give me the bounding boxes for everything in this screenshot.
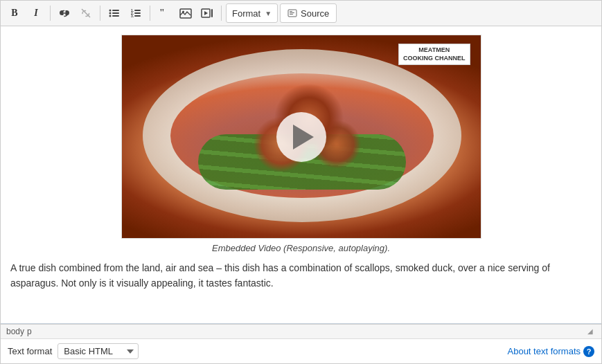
status-tag-p: p bbox=[27, 327, 32, 336]
source-label: Source bbox=[301, 8, 329, 19]
svg-point-4 bbox=[109, 12, 112, 15]
text-format-select[interactable]: Basic HTML Full HTML Plain text Filtered… bbox=[57, 343, 139, 359]
media-button[interactable] bbox=[197, 3, 217, 23]
svg-rect-3 bbox=[112, 10, 119, 11]
svg-marker-18 bbox=[204, 11, 208, 15]
link-button[interactable] bbox=[55, 3, 74, 23]
body-text[interactable]: A true dish combined from the land, air … bbox=[10, 260, 592, 291]
play-button[interactable] bbox=[276, 112, 326, 162]
format-chevron-icon: ▼ bbox=[265, 10, 272, 17]
sep-3 bbox=[150, 6, 150, 21]
about-text-formats-link[interactable]: About text formats ? bbox=[508, 346, 595, 357]
svg-point-6 bbox=[109, 15, 112, 17]
svg-rect-19 bbox=[211, 9, 213, 17]
meatmen-line1: MEATMEN bbox=[418, 46, 450, 53]
svg-rect-22 bbox=[290, 12, 294, 13]
about-text-formats-label: About text formats bbox=[508, 346, 581, 356]
svg-text:": " bbox=[159, 8, 165, 18]
source-button[interactable]: Source bbox=[280, 3, 337, 23]
svg-rect-9 bbox=[134, 10, 141, 11]
unordered-list-icon bbox=[109, 8, 120, 18]
svg-text:3.: 3. bbox=[131, 14, 134, 18]
image-button[interactable] bbox=[176, 3, 195, 23]
svg-rect-21 bbox=[290, 11, 292, 12]
status-bar: body p ◢ bbox=[1, 324, 601, 338]
svg-rect-13 bbox=[134, 15, 141, 17]
meatmen-logo: MEATMEN COOKING CHANNEL bbox=[398, 44, 470, 65]
video-container: MEATMEN COOKING CHANNEL Embedded Video (… bbox=[10, 35, 592, 253]
sep-2 bbox=[100, 6, 100, 21]
ordered-list-button[interactable]: 1. 2. 3. bbox=[126, 3, 145, 23]
sep-4 bbox=[221, 6, 222, 21]
blockquote-button[interactable]: " bbox=[154, 3, 174, 23]
bold-button[interactable]: B bbox=[5, 3, 24, 23]
editor-content[interactable]: MEATMEN COOKING CHANNEL Embedded Video (… bbox=[1, 26, 601, 324]
status-tag-body: body bbox=[6, 327, 24, 336]
meatmen-line2: COOKING CHANNEL bbox=[403, 55, 466, 62]
media-icon bbox=[201, 8, 213, 18]
svg-point-2 bbox=[109, 10, 112, 12]
unlink-icon bbox=[80, 8, 91, 19]
bold-icon: B bbox=[11, 8, 17, 19]
text-format-label: Text format bbox=[8, 346, 52, 356]
unlink-button[interactable] bbox=[76, 3, 96, 23]
italic-button[interactable]: I bbox=[26, 3, 46, 23]
video-caption: Embedded Video (Responsive, autoplaying)… bbox=[212, 243, 390, 253]
svg-rect-5 bbox=[112, 12, 119, 14]
format-dropdown[interactable]: Format ▼ bbox=[226, 3, 278, 23]
italic-icon: I bbox=[34, 8, 37, 19]
unordered-list-button[interactable] bbox=[105, 3, 124, 23]
image-icon bbox=[179, 8, 192, 19]
editor-wrapper: B I bbox=[0, 0, 602, 364]
svg-rect-7 bbox=[112, 15, 119, 17]
format-label: Format bbox=[232, 8, 260, 19]
source-icon bbox=[287, 9, 297, 17]
ordered-list-icon: 1. 2. 3. bbox=[130, 8, 141, 18]
blockquote-icon: " bbox=[159, 8, 170, 18]
text-format-group: Text format Basic HTML Full HTML Plain t… bbox=[8, 343, 139, 359]
resize-handle-icon[interactable]: ◢ bbox=[587, 327, 596, 336]
help-icon: ? bbox=[583, 346, 594, 357]
video-thumbnail[interactable]: MEATMEN COOKING CHANNEL bbox=[121, 35, 481, 239]
sep-1 bbox=[50, 6, 51, 21]
editor-toolbar: B I bbox=[1, 1, 601, 26]
svg-rect-11 bbox=[134, 12, 141, 14]
bottom-bar: Text format Basic HTML Full HTML Plain t… bbox=[1, 338, 601, 363]
svg-rect-23 bbox=[290, 14, 293, 15]
link-icon bbox=[59, 8, 70, 19]
status-tags: body p bbox=[6, 327, 32, 336]
